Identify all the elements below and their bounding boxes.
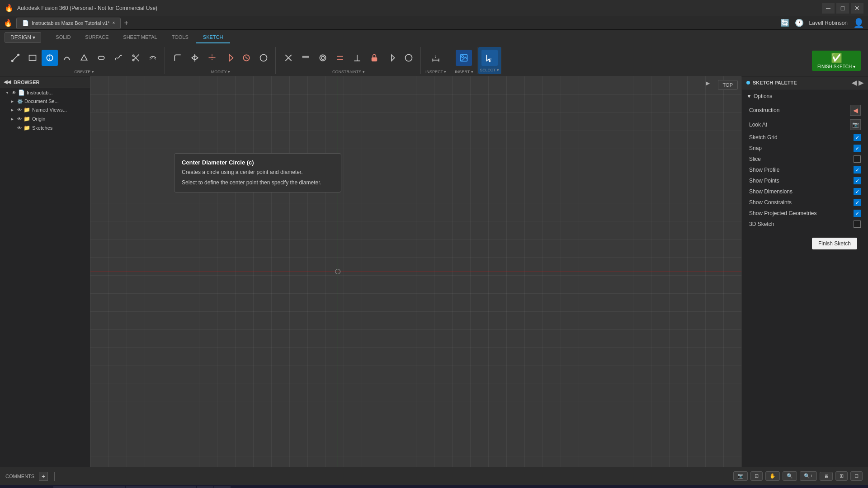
viewport-settings-button[interactable]: ⊟ (850, 471, 863, 481)
fix-button[interactable] (401, 50, 417, 66)
look-at-icon-button[interactable]: 📷 (850, 119, 861, 130)
view-label[interactable]: TOP (718, 80, 738, 90)
pan-button[interactable]: ✋ (765, 471, 780, 481)
canvas[interactable]: TOP ▶ Center Diameter Circle (c) Creates… (90, 76, 741, 467)
slot-tool-button[interactable] (93, 50, 109, 66)
finish-sketch-palette-button[interactable]: Finish Sketch (812, 238, 857, 249)
concentric-button[interactable] (315, 50, 331, 66)
arc-tool-button[interactable] (59, 50, 75, 66)
break-button[interactable] (238, 50, 255, 66)
circle-tool-button[interactable] (42, 50, 58, 66)
rectangle-tool-button[interactable] (24, 50, 41, 66)
design-dropdown-button[interactable]: DESIGN ▾ (5, 32, 41, 43)
folder-icon: 📄 (18, 89, 25, 96)
tab-surface[interactable]: SURFACE (78, 32, 116, 43)
finish-sketch-toolbar-button[interactable]: ✅ FINISH SKETCH ▾ (812, 51, 861, 71)
taskbar-app-files[interactable]: 📁 (197, 486, 213, 488)
perpendicular-button[interactable] (349, 50, 365, 66)
taskbar-app-fusion[interactable]: 🔥 Autodesk Fusion 360 ... (126, 486, 196, 488)
line-tool-button[interactable] (7, 50, 24, 66)
extend-button[interactable] (221, 50, 237, 66)
spline-tool-button[interactable] (110, 50, 127, 66)
browser-item-root[interactable]: ▼ 👁 📄 Instructab... (0, 88, 90, 97)
eye-icon[interactable]: 👁 (12, 90, 16, 95)
tabbar: 🔥 📄 Instructables Maze Box Tutorial v1* … (0, 16, 868, 30)
mirror-button[interactable] (187, 50, 203, 66)
tab-sketch[interactable]: SKETCH (196, 32, 231, 43)
taskview-icon[interactable]: ⧉ (36, 486, 52, 488)
palette-row-construction: Construction ◀ (746, 103, 863, 117)
svg-point-1 (18, 54, 19, 56)
fillet-button[interactable] (170, 50, 186, 66)
palette-dot-icon (746, 81, 750, 84)
browser-header: ◀◀ BROWSER (0, 76, 90, 88)
browser-item-sketches[interactable]: 👁 📁 Sketches (0, 123, 90, 132)
browser-item-origin[interactable]: ▶ 👁 📁 Origin (0, 114, 90, 123)
dimension-button[interactable] (428, 50, 444, 66)
tab-sheet-metal[interactable]: SHEET METAL (116, 32, 164, 43)
taskbar-app-chrome[interactable]: 🌐 Project Editor - Instruc... (53, 486, 125, 488)
close-button[interactable]: ✕ (851, 3, 863, 14)
show-points-label: Show Points (749, 178, 779, 184)
windows-start-button[interactable] (2, 486, 18, 488)
trim-button[interactable] (204, 50, 220, 66)
browser-item-named-views[interactable]: ▶ 👁 📁 Named Views... (0, 105, 90, 114)
taskbar-app-mail[interactable]: ✉️ (214, 486, 231, 488)
show-projected-geometries-checkbox[interactable] (854, 210, 861, 217)
search-taskbar-icon[interactable]: 🔍 (19, 486, 35, 488)
browser-item-doc-settings[interactable]: ▶ ⚙️ Document Se... (0, 97, 90, 105)
palette-options-title: ▼ Options (746, 93, 863, 99)
fit-to-screen-button[interactable]: ⊡ (750, 471, 763, 481)
trim-tool-button[interactable] (127, 50, 144, 66)
tab-tools[interactable]: TOOLS (165, 32, 196, 43)
constraints-label: CONSTRAINTS ▾ (332, 70, 365, 74)
add-comment-button[interactable]: + (39, 472, 48, 481)
separator (54, 472, 55, 481)
camera-button[interactable]: 📷 (733, 471, 748, 481)
eye4-icon[interactable]: 👁 (17, 126, 22, 131)
polygon-tool-button[interactable] (76, 50, 92, 66)
show-dimensions-checkbox[interactable] (854, 188, 861, 195)
3d-sketch-checkbox[interactable] (854, 221, 861, 228)
show-constraints-checkbox[interactable] (854, 199, 861, 206)
sync-icon[interactable]: 🔄 (780, 19, 789, 27)
display-settings-button[interactable]: 🖥 (820, 472, 833, 481)
eye3-icon[interactable]: 👁 (17, 117, 22, 122)
tab-close-icon[interactable]: × (112, 20, 115, 25)
equal-button[interactable] (383, 50, 400, 66)
app-title: Autodesk Fusion 360 (Personal - Not for … (17, 5, 822, 11)
circle-modify-button[interactable] (255, 50, 272, 66)
inspect-icons (428, 47, 444, 69)
lock-button[interactable] (366, 50, 382, 66)
clock-icon[interactable]: 🕐 (795, 19, 804, 27)
minimize-button[interactable]: ─ (822, 3, 835, 14)
zoom-window-button[interactable]: 🔍+ (800, 471, 817, 481)
zoom-button[interactable]: 🔍 (783, 471, 797, 481)
insert-image-button[interactable] (456, 50, 472, 66)
palette-expand-icon[interactable]: ◀ (852, 79, 857, 86)
snap-checkbox[interactable] (854, 145, 861, 152)
offset-curve-button[interactable] (145, 50, 161, 66)
browser-collapse-icon[interactable]: ◀◀ (4, 79, 11, 85)
show-points-checkbox[interactable] (854, 177, 861, 184)
maximize-button[interactable]: □ (836, 3, 849, 14)
show-profile-checkbox[interactable] (854, 166, 861, 174)
grid-settings-button[interactable]: ⊞ (835, 471, 848, 481)
coincident-button[interactable] (280, 50, 297, 66)
document-tab[interactable]: 📄 Instructables Maze Box Tutorial v1* × (16, 18, 121, 28)
slice-checkbox[interactable] (854, 155, 861, 163)
user-name[interactable]: Lavell Robinson (809, 20, 848, 26)
folder2-icon: 📁 (24, 107, 30, 113)
parallel-button[interactable] (332, 50, 348, 66)
collinear-button[interactable] (297, 50, 314, 66)
construction-icon-button[interactable]: ◀ (850, 105, 861, 116)
palette-collapse-icon[interactable]: ▶ (859, 79, 863, 86)
browser-item-doc-label: Document Se... (24, 99, 59, 104)
select-button[interactable] (481, 50, 498, 66)
eye2-icon[interactable]: 👁 (17, 108, 22, 113)
new-tab-button[interactable]: + (121, 18, 132, 28)
user-avatar-icon[interactable]: 👤 (853, 18, 864, 28)
tab-solid[interactable]: SOLID (48, 32, 78, 43)
sketch-grid-checkbox[interactable] (854, 134, 861, 141)
slice-label: Slice (749, 156, 761, 162)
